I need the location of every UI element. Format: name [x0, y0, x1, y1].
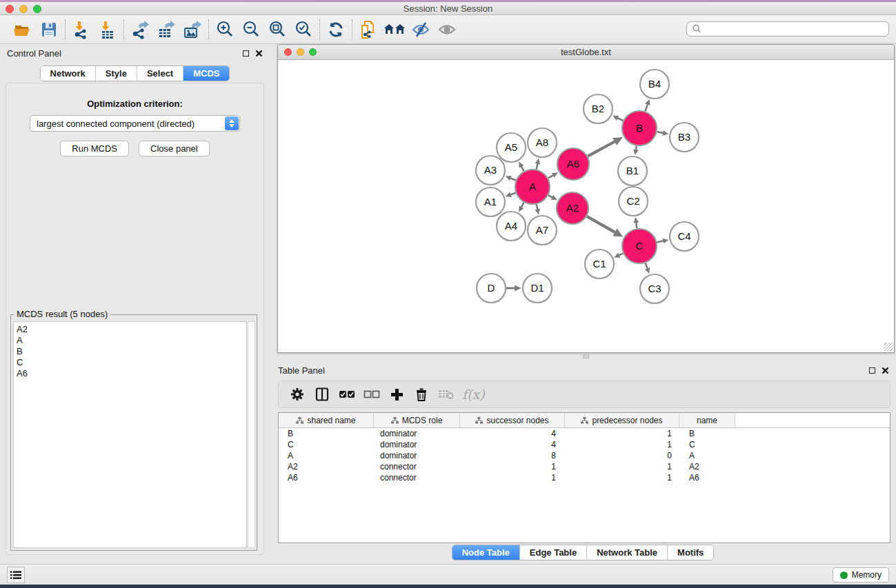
import-network-button[interactable] — [68, 18, 94, 41]
apply-layout-button[interactable] — [323, 18, 349, 41]
refresh-icon — [327, 21, 345, 39]
run-mcds-button[interactable]: Run MCDS — [60, 141, 129, 156]
tab-network[interactable]: Network — [41, 66, 96, 81]
graph-node-label: C3 — [648, 283, 661, 294]
close-panel-button[interactable]: Close panel — [139, 141, 210, 156]
graph-node-label: A4 — [505, 220, 517, 232]
graph-edge-A-A2[interactable] — [548, 195, 552, 197]
toolbar-separator — [352, 19, 352, 40]
minimize-window-button[interactable] — [19, 5, 28, 13]
network-view-window: testGlobe.txt B4B2BB3A8A5A6A3B1AC2A1A2A4… — [277, 44, 895, 353]
column-header-shared-name[interactable]: shared name — [279, 413, 374, 427]
zoom-out-button[interactable] — [238, 18, 264, 41]
show-task-history-button[interactable] — [7, 567, 25, 583]
clone-network-button[interactable] — [355, 18, 381, 41]
mcds-result-item[interactable]: A — [17, 335, 246, 346]
zoom-selected-icon — [294, 20, 313, 39]
graph-edge-C-C3[interactable] — [646, 263, 648, 269]
export-table-button[interactable] — [153, 18, 179, 41]
graph-edge-B-B2[interactable] — [617, 118, 623, 121]
graph-edge-C-C1[interactable] — [619, 254, 624, 256]
network-canvas[interactable]: B4B2BB3A8A5A6A3B1AC2A1A2A4A7C4CC1C3DD1 — [278, 61, 894, 352]
graph-edge-A6-B[interactable] — [588, 141, 615, 156]
column-header-MCDS-role[interactable]: MCDS role — [374, 413, 460, 427]
graph-edge-A-A5[interactable] — [521, 167, 524, 172]
float-table-panel-icon[interactable] — [869, 367, 875, 374]
graph-edge-A-A7[interactable] — [537, 204, 538, 209]
float-panel-icon[interactable] — [243, 50, 249, 57]
graph-edge-A2-C[interactable] — [587, 216, 615, 232]
network-minimize-button[interactable] — [297, 48, 304, 56]
import-network-icon — [72, 20, 91, 39]
create-column-button[interactable] — [386, 384, 407, 405]
table-row[interactable]: Adominator80A — [279, 450, 890, 461]
graph-edge-A-A8[interactable] — [537, 164, 538, 170]
import-table-button[interactable] — [94, 18, 121, 41]
close-window-button[interactable] — [6, 5, 14, 13]
save-session-button[interactable] — [36, 18, 62, 41]
graph-edge-A-A6[interactable] — [548, 175, 553, 178]
search-field[interactable] — [686, 21, 889, 37]
export-image-button[interactable] — [179, 18, 206, 41]
checked-boxes-icon — [339, 389, 355, 399]
export-network-button[interactable] — [127, 18, 153, 41]
mcds-result-item[interactable]: A6 — [17, 368, 246, 379]
unselect-all-columns-button[interactable] — [361, 384, 382, 405]
column-header-successor-nodes[interactable]: successor nodes — [460, 413, 565, 427]
zoom-fit-button[interactable] — [264, 18, 290, 41]
graph-edge-C-C4[interactable] — [657, 241, 663, 243]
close-panel-icon[interactable] — [255, 50, 263, 57]
tab-edge-table[interactable]: Edge Table — [520, 545, 587, 560]
tab-mcds[interactable]: MCDS — [183, 66, 229, 81]
graph-edge-B-B1[interactable] — [636, 146, 637, 150]
graph-edge-A-A3[interactable] — [510, 178, 516, 180]
column-header-name[interactable]: name — [679, 413, 735, 427]
table-row[interactable]: A2connector11A2 — [279, 461, 890, 472]
network-zoom-button[interactable] — [309, 48, 317, 56]
select-all-columns-button[interactable] — [337, 384, 357, 405]
function-builder-button[interactable]: f(x) — [462, 387, 485, 402]
mcds-result-item[interactable]: A2 — [17, 324, 246, 335]
column-header-predecessor-nodes[interactable]: predecessor nodes — [565, 413, 679, 427]
window-resize-handle[interactable] — [884, 343, 893, 351]
memory-button[interactable]: Memory — [833, 567, 889, 582]
zoom-window-button[interactable] — [33, 5, 41, 13]
open-file-button[interactable] — [10, 18, 36, 41]
table-settings-button[interactable] — [287, 384, 308, 405]
network-window-titlebar[interactable]: testGlobe.txt — [278, 45, 894, 60]
mcds-result-item[interactable]: B — [17, 346, 246, 357]
tab-network-table[interactable]: Network Table — [587, 545, 668, 560]
open-browser-button[interactable] — [381, 18, 408, 41]
tab-motifs[interactable]: Motifs — [668, 545, 713, 560]
search-input[interactable] — [702, 24, 888, 34]
graph-edge-B-B4[interactable] — [645, 105, 647, 112]
table-row[interactable]: A6connector11A6 — [279, 472, 890, 483]
mcds-result-list[interactable]: A2ABCA6 — [13, 321, 247, 548]
divider-grip[interactable] — [583, 354, 589, 358]
tab-select[interactable]: Select — [137, 66, 183, 81]
node-table[interactable]: shared nameMCDS rolesuccessor nodesprede… — [278, 412, 890, 543]
tab-style[interactable]: Style — [96, 66, 137, 81]
graph-edge-A-A4[interactable] — [521, 203, 524, 207]
delete-column-button[interactable] — [411, 384, 432, 405]
show-view-button[interactable] — [434, 18, 460, 41]
result-list-scrollbar[interactable] — [248, 321, 255, 548]
criterion-dropdown[interactable]: largest connected component (directed) — [30, 115, 240, 132]
panel-divider[interactable] — [270, 353, 896, 360]
table-panel: Table Panel — [270, 360, 896, 564]
delete-table-button[interactable] — [436, 384, 457, 405]
zoom-selected-button[interactable] — [290, 18, 317, 41]
graph-edge-C-C2[interactable] — [636, 223, 637, 228]
graph-edge-A-A1[interactable] — [510, 193, 515, 195]
close-table-panel-icon[interactable] — [882, 367, 889, 374]
table-row[interactable]: Cdominator41C — [279, 439, 890, 450]
show-columns-button[interactable] — [312, 384, 332, 405]
table-row[interactable]: Bdominator41B — [279, 428, 890, 439]
tab-node-table[interactable]: Node Table — [452, 545, 520, 560]
graph-edge-B-B3[interactable] — [657, 132, 663, 133]
mcds-result-item[interactable]: C — [17, 357, 246, 368]
network-close-button[interactable] — [284, 48, 292, 56]
zoom-in-button[interactable] — [212, 18, 238, 41]
clone-network-icon — [359, 19, 378, 40]
hide-graphics-details-button[interactable] — [408, 18, 434, 41]
